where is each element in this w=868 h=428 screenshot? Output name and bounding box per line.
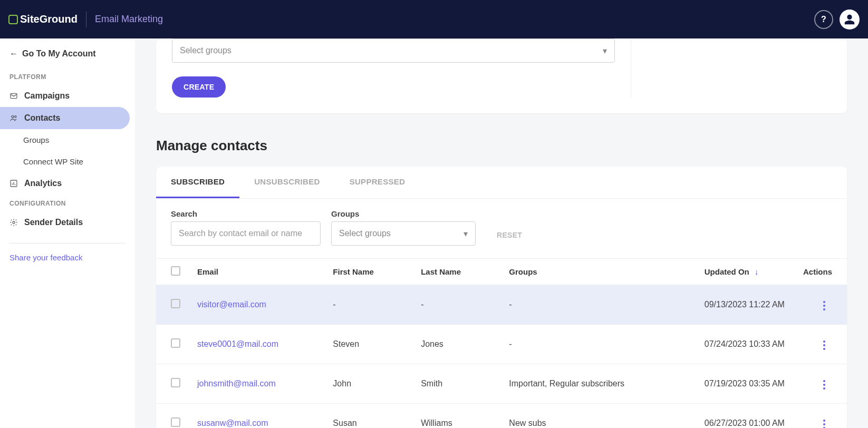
email-link[interactable]: steve0001@mail.com	[197, 339, 278, 348]
email-link[interactable]: visitor@email.com	[197, 300, 266, 309]
sidebar-item-label: Sender Details	[24, 218, 83, 227]
svg-point-4	[13, 221, 15, 223]
arrow-left-icon: ←	[9, 49, 18, 59]
col-last[interactable]: Last Name	[412, 259, 500, 285]
last-name-cell: Williams	[412, 404, 500, 429]
last-name-cell: -	[412, 285, 500, 325]
analytics-icon	[9, 179, 18, 188]
tab-unsubscribed[interactable]: UNSUBSCRIBED	[239, 167, 334, 198]
main: Select groups ▾ CREATE Manage contacts S…	[135, 38, 868, 428]
tabs: SUBSCRIBED UNSUBSCRIBED SUPPRESSED	[156, 167, 847, 199]
gear-icon	[9, 218, 18, 227]
row-actions-button[interactable]	[816, 377, 832, 393]
svg-point-2	[15, 116, 16, 118]
help-button[interactable]: ?	[814, 10, 833, 29]
filter-row: Search Groups Select groups ▾ RESET	[156, 199, 847, 258]
email-link[interactable]: susanw@mail.com	[197, 419, 268, 427]
select-all-checkbox[interactable]	[171, 266, 180, 276]
sidebar-item-label: Campaigns	[24, 91, 70, 101]
sidebar-item-label: Contacts	[24, 113, 60, 123]
contacts-card: SUBSCRIBED UNSUBSCRIBED SUPPRESSED Searc…	[156, 167, 847, 428]
groups-filter-label: Groups	[331, 209, 476, 218]
sidebar-item-campaigns[interactable]: Campaigns	[0, 85, 130, 107]
row-checkbox[interactable]	[171, 378, 180, 387]
sidebar-item-sender-details[interactable]: Sender Details	[0, 211, 130, 234]
table-row: johnsmith@mail.comJohnSmithImportant, Re…	[156, 364, 847, 404]
groups-select[interactable]: Select groups ▾	[172, 38, 615, 63]
col-email[interactable]: Email	[189, 259, 324, 285]
table-row: susanw@mail.comSusanWilliamsNew subs06/2…	[156, 404, 847, 429]
row-actions-button[interactable]	[816, 416, 832, 428]
groups-filter-placeholder: Select groups	[339, 229, 391, 238]
back-to-account[interactable]: ← Go To My Account	[0, 49, 135, 68]
logo-icon	[8, 15, 18, 24]
email-link[interactable]: johnsmith@mail.com	[197, 379, 276, 388]
row-actions-button[interactable]	[816, 337, 832, 353]
first-name-cell: Steven	[324, 325, 412, 364]
contacts-table: Email First Name Last Name Groups Update…	[156, 258, 847, 428]
product-name: Email Marketing	[95, 14, 163, 25]
section-platform: PLATFORM	[0, 68, 135, 85]
table-row: visitor@email.com---09/13/2023 11:22 AM	[156, 285, 847, 325]
col-updated[interactable]: Updated On ↓	[696, 259, 795, 285]
logo[interactable]: SiteGround	[8, 13, 78, 25]
svg-point-1	[12, 115, 14, 118]
reset-button[interactable]: RESET	[497, 231, 522, 246]
sidebar-item-analytics[interactable]: Analytics	[0, 172, 130, 194]
search-input[interactable]	[171, 221, 321, 246]
updated-cell: 07/24/2023 10:33 AM	[696, 325, 795, 364]
topbar: SiteGround Email Marketing ?	[0, 0, 868, 38]
topbar-left: SiteGround Email Marketing	[8, 12, 163, 27]
first-name-cell: -	[324, 285, 412, 325]
updated-cell: 09/13/2023 11:22 AM	[696, 285, 795, 325]
updated-cell: 07/19/2023 03:35 AM	[696, 364, 795, 404]
sidebar-divider	[9, 243, 126, 244]
row-checkbox[interactable]	[171, 299, 180, 308]
create-contact-card: Select groups ▾ CREATE	[156, 38, 847, 113]
feedback-link[interactable]: Share your feedback	[0, 249, 92, 266]
help-icon: ?	[821, 15, 826, 24]
sidebar-item-label: Analytics	[24, 179, 62, 188]
last-name-cell: Jones	[412, 325, 500, 364]
chevron-down-icon: ▾	[603, 46, 607, 56]
sort-down-icon: ↓	[755, 267, 759, 276]
divider	[86, 12, 86, 27]
avatar-button[interactable]	[840, 9, 860, 30]
section-config: CONFIGURATION	[0, 194, 135, 211]
groups-cell: -	[500, 285, 696, 325]
sidebar-item-contacts[interactable]: Contacts	[0, 107, 130, 129]
logo-text: SiteGround	[20, 13, 78, 25]
search-label: Search	[171, 209, 321, 218]
groups-filter-select[interactable]: Select groups ▾	[331, 221, 476, 246]
back-label: Go To My Account	[22, 49, 96, 59]
updated-cell: 06/27/2023 01:00 AM	[696, 404, 795, 429]
row-actions-button[interactable]	[816, 298, 832, 314]
groups-placeholder: Select groups	[180, 46, 232, 55]
mail-icon	[9, 92, 18, 100]
last-name-cell: Smith	[412, 364, 500, 404]
page-title: Manage contacts	[156, 138, 847, 154]
first-name-cell: John	[324, 364, 412, 404]
sidebar-subitem-groups[interactable]: Groups	[0, 129, 135, 151]
sidebar-subitem-connect-wp[interactable]: Connect WP Site	[0, 151, 135, 172]
tab-subscribed[interactable]: SUBSCRIBED	[156, 167, 239, 198]
row-checkbox[interactable]	[171, 338, 180, 348]
groups-cell: Important, Regular subscribers	[500, 364, 696, 404]
tab-suppressed[interactable]: SUPPRESSED	[335, 167, 420, 198]
groups-cell: -	[500, 325, 696, 364]
row-checkbox[interactable]	[171, 417, 180, 427]
sidebar: ← Go To My Account PLATFORM Campaigns Co…	[0, 38, 135, 428]
create-button[interactable]: CREATE	[172, 76, 226, 98]
chevron-down-icon: ▾	[464, 229, 468, 239]
table-row: steve0001@mail.comStevenJones-07/24/2023…	[156, 325, 847, 364]
topbar-right: ?	[814, 9, 860, 30]
groups-cell: New subs	[500, 404, 696, 429]
first-name-cell: Susan	[324, 404, 412, 429]
col-actions: Actions	[795, 259, 847, 285]
col-groups[interactable]: Groups	[500, 259, 696, 285]
user-icon	[844, 14, 855, 25]
users-icon	[9, 114, 18, 122]
col-first[interactable]: First Name	[324, 259, 412, 285]
